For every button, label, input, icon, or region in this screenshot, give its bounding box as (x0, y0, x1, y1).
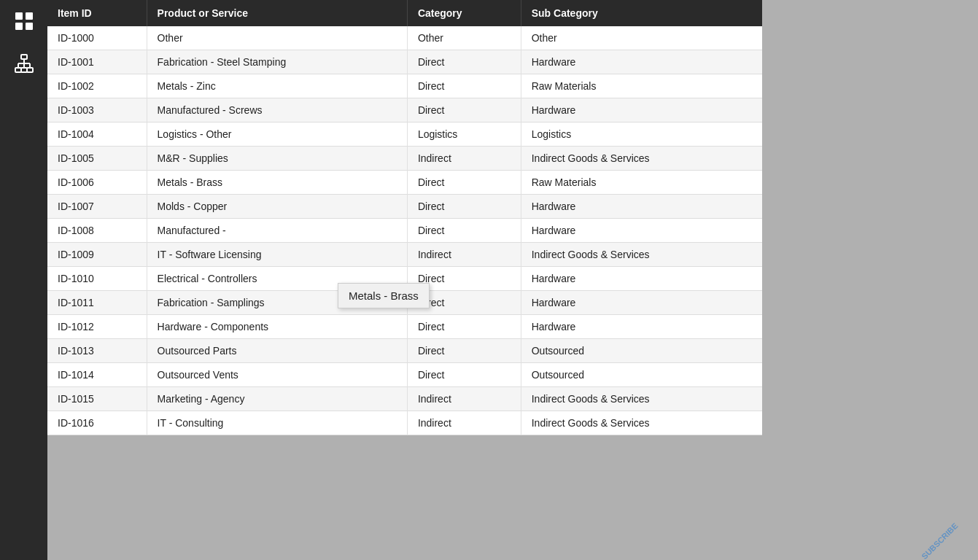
cell-product: Outsourced Vents (147, 363, 407, 387)
svg-rect-5 (15, 68, 21, 72)
cell-product: IT - Software Licensing (147, 243, 407, 267)
table-row[interactable]: ID-1014Outsourced VentsDirectOutsourced (47, 363, 762, 387)
cell-subcategory: Logistics (521, 122, 762, 147)
sidebar (0, 0, 47, 560)
cell-product: Metals - Zinc (147, 74, 407, 98)
cell-product: Other (147, 26, 407, 50)
svg-rect-1 (26, 12, 33, 20)
watermark: SUBSCRIBE (920, 521, 959, 560)
cell-subcategory: Hardware (521, 315, 762, 339)
cell-product: IT - Consulting (147, 411, 407, 435)
cell-item-id: ID-1013 (47, 339, 147, 363)
cell-category: Direct (407, 98, 521, 122)
cell-category: Direct (407, 219, 521, 243)
cell-subcategory: Raw Materials (521, 171, 762, 195)
col-header-subcategory: Sub Category (521, 0, 762, 26)
cell-subcategory: Hardware (521, 50, 762, 74)
cell-category: Direct (407, 339, 521, 363)
cell-item-id: ID-1003 (47, 98, 147, 122)
table-container: Item ID Product or Service Category Sub … (47, 0, 762, 435)
cell-subcategory: Indirect Goods & Services (521, 411, 762, 435)
table-row[interactable]: ID-1012Hardware - ComponentsDirectHardwa… (47, 315, 762, 339)
cell-item-id: ID-1014 (47, 363, 147, 387)
cell-category: Direct (407, 74, 521, 98)
cell-product: Fabrication - Steel Stamping (147, 50, 407, 74)
cell-item-id: ID-1006 (47, 171, 147, 195)
cell-subcategory: Outsourced (521, 363, 762, 387)
cell-product: Manufactured - Screws (147, 98, 407, 122)
cell-subcategory: Hardware (521, 98, 762, 122)
cell-item-id: ID-1002 (47, 74, 147, 98)
cell-item-id: ID-1010 (47, 267, 147, 291)
cell-subcategory: Hardware (521, 291, 762, 315)
cell-subcategory: Other (521, 26, 762, 50)
hierarchy-icon[interactable] (10, 50, 38, 77)
table-row[interactable]: ID-1003Manufactured - ScrewsDirectHardwa… (47, 98, 762, 122)
cell-product: Outsourced Parts (147, 339, 407, 363)
cell-subcategory: Indirect Goods & Services (521, 387, 762, 411)
cell-product: Logistics - Other (147, 122, 407, 147)
cell-item-id: ID-1007 (47, 195, 147, 219)
svg-rect-7 (27, 68, 33, 72)
cell-category: Direct (407, 315, 521, 339)
table-row[interactable]: ID-1008Manufactured -DirectHardware (47, 219, 762, 243)
svg-rect-0 (15, 12, 23, 20)
cell-category: Direct (407, 195, 521, 219)
cell-item-id: ID-1008 (47, 219, 147, 243)
cell-item-id: ID-1005 (47, 147, 147, 171)
cell-category: Direct (407, 363, 521, 387)
cell-product: Molds - Copper (147, 195, 407, 219)
svg-rect-3 (26, 23, 33, 30)
cell-category: Indirect (407, 411, 521, 435)
cell-item-id: ID-1000 (47, 26, 147, 50)
cell-item-id: ID-1001 (47, 50, 147, 74)
col-header-category: Category (407, 0, 521, 26)
cell-category: Other (407, 26, 521, 50)
cell-category: Logistics (407, 122, 521, 147)
svg-rect-2 (15, 23, 23, 30)
cell-product: Marketing - Agency (147, 387, 407, 411)
col-header-product: Product or Service (147, 0, 407, 26)
cell-item-id: ID-1012 (47, 315, 147, 339)
tooltip: Metals - Brass (338, 283, 430, 308)
right-area: SUBSCRIBE (762, 0, 978, 560)
cell-product: Metals - Brass (147, 171, 407, 195)
cell-subcategory: Hardware (521, 267, 762, 291)
cell-subcategory: Raw Materials (521, 74, 762, 98)
table-row[interactable]: ID-1007Molds - CopperDirectHardware (47, 195, 762, 219)
data-table: Item ID Product or Service Category Sub … (47, 0, 762, 435)
cell-subcategory: Hardware (521, 219, 762, 243)
table-row[interactable]: ID-1001Fabrication - Steel StampingDirec… (47, 50, 762, 74)
cell-product: Hardware - Components (147, 315, 407, 339)
cell-category: Indirect (407, 387, 521, 411)
cell-item-id: ID-1011 (47, 291, 147, 315)
cell-item-id: ID-1009 (47, 243, 147, 267)
cell-subcategory: Indirect Goods & Services (521, 243, 762, 267)
main-content: Item ID Product or Service Category Sub … (47, 0, 762, 560)
cell-item-id: ID-1004 (47, 122, 147, 147)
cell-subcategory: Indirect Goods & Services (521, 147, 762, 171)
table-row[interactable]: ID-1015Marketing - AgencyIndirectIndirec… (47, 387, 762, 411)
cell-item-id: ID-1015 (47, 387, 147, 411)
cell-category: Direct (407, 50, 521, 74)
table-row[interactable]: ID-1005M&R - SuppliesIndirectIndirect Go… (47, 147, 762, 171)
table-row[interactable]: ID-1004Logistics - OtherLogisticsLogisti… (47, 122, 762, 147)
cell-product: M&R - Supplies (147, 147, 407, 171)
table-row[interactable]: ID-1006Metals - BrassDirectRaw Materials (47, 171, 762, 195)
cell-subcategory: Outsourced (521, 339, 762, 363)
svg-rect-6 (21, 68, 27, 72)
col-header-item-id: Item ID (47, 0, 147, 26)
table-row[interactable]: ID-1002Metals - ZincDirectRaw Materials (47, 74, 762, 98)
cell-item-id: ID-1016 (47, 411, 147, 435)
svg-rect-4 (21, 55, 27, 59)
cell-product: Manufactured - (147, 219, 407, 243)
table-row[interactable]: ID-1013Outsourced PartsDirectOutsourced (47, 339, 762, 363)
cell-category: Indirect (407, 243, 521, 267)
cell-category: Indirect (407, 147, 521, 171)
cell-subcategory: Hardware (521, 195, 762, 219)
grid-icon[interactable] (10, 7, 38, 35)
table-row[interactable]: ID-1000OtherOtherOther (47, 26, 762, 50)
table-row[interactable]: ID-1009IT - Software LicensingIndirectIn… (47, 243, 762, 267)
cell-category: Direct (407, 171, 521, 195)
table-row[interactable]: ID-1016IT - ConsultingIndirectIndirect G… (47, 411, 762, 435)
